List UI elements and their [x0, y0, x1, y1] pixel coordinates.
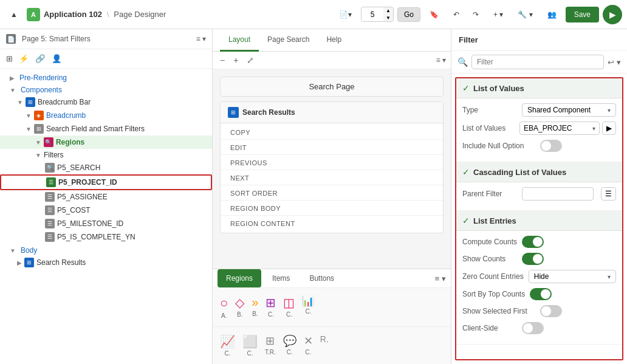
sidebar-item-p5-cost[interactable]: ☰ P5_COST	[0, 204, 212, 217]
icon-cell-arrow-b[interactable]: » B.	[249, 293, 261, 321]
icon-cell-x-c[interactable]: ✕ C.	[301, 332, 315, 359]
components-label: Components	[21, 86, 62, 94]
action-next[interactable]: NEXT	[221, 171, 443, 185]
icon-cell-diamond-b[interactable]: ◇ B.	[233, 293, 247, 321]
tab-page-search[interactable]: Page Search	[259, 29, 318, 52]
client-side-toggle[interactable]	[522, 322, 544, 334]
tree-arrow-search[interactable]: ▼	[35, 139, 41, 146]
type-select[interactable]: Shared Component ▾	[522, 103, 616, 117]
section-list-entries: ✓ List Entries Compute Counts Show Count…	[456, 211, 622, 345]
sidebar-item-pre-rendering[interactable]: ▶ Pre-Rendering	[0, 71, 212, 83]
icon-label-table2-c: C.	[247, 350, 253, 357]
icon-cell-text-c[interactable]: 📊 C.	[300, 293, 317, 321]
bolt-btn[interactable]: ⚡	[16, 52, 32, 66]
zero-count-dropdown[interactable]: Hide ▾	[529, 270, 616, 283]
sidebar-item-filters[interactable]: ▼ Filters	[0, 149, 212, 161]
sidebar-item-components[interactable]: ▼ Components	[0, 83, 212, 95]
sidebar-item-breadcrumb[interactable]: ▼ ◈ Breadcrumb	[0, 109, 212, 122]
action-region-body[interactable]: REGION BODY	[221, 202, 443, 216]
p5-is-complete-label: P5_IS_COMPLETE_YN	[57, 233, 135, 241]
zoom-out-btn[interactable]: −	[218, 54, 227, 66]
tree-arrow-breadcrumb[interactable]: ▼	[26, 112, 32, 119]
filter-menu-btn[interactable]: ↩ ▾	[608, 58, 621, 67]
field-row-null: Include Null Option	[462, 140, 616, 152]
tools-button[interactable]: 🔧 ▾	[512, 7, 538, 22]
chain-btn[interactable]: 🔗	[33, 52, 48, 66]
compute-counts-toggle[interactable]	[522, 236, 544, 248]
icon-cell-circle-a[interactable]: ○ A.	[218, 293, 230, 321]
bottom-tab-buttons[interactable]: Buttons	[301, 269, 343, 287]
icon-cell-chart-c[interactable]: 📈 C.	[218, 332, 238, 359]
tree-arrow-pre-rendering[interactable]: ▶	[10, 75, 15, 81]
zoom-in-btn[interactable]: +	[231, 54, 241, 66]
filter-input[interactable]	[471, 55, 604, 69]
bottom-menu-btn[interactable]: ≡ ▾	[435, 274, 446, 283]
icon-cell-tr-c[interactable]: ⊞ T.R.	[262, 332, 278, 359]
parent-filter-btn[interactable]: ☰	[601, 187, 616, 201]
action-sort-order[interactable]: SORT ORDER	[221, 187, 443, 201]
expand-btn[interactable]: ⤢	[244, 54, 256, 66]
go-button[interactable]: Go	[397, 7, 420, 22]
action-region-content[interactable]: REGION CONTENT	[221, 217, 443, 230]
section-entries-check: ✓	[462, 216, 470, 225]
share-button[interactable]: 👥	[542, 7, 562, 22]
up-button[interactable]: ▲	[5, 7, 23, 22]
lov-nav-btn[interactable]: ▶	[602, 122, 616, 135]
page-file-btn[interactable]: 📄▾	[334, 7, 357, 22]
action-copy[interactable]: COPY	[221, 126, 443, 140]
undo-redo-group: ↶ ↷	[448, 7, 484, 22]
redo-button[interactable]: ↷	[467, 7, 484, 22]
action-edit[interactable]: EDIT	[221, 141, 443, 155]
page-num-up[interactable]: ▲	[383, 7, 393, 15]
person-btn[interactable]: 👤	[49, 52, 64, 66]
sidebar-item-search[interactable]: ▼ 🔍 Regions	[0, 136, 212, 149]
run-button[interactable]: ▶	[603, 5, 622, 24]
sidebar-item-p5-milestone[interactable]: ☰ P5_MILESTONE_ID	[0, 217, 212, 230]
tree-arrow-search-field[interactable]: ▼	[26, 126, 32, 132]
right-panel: Filter 🔍 ↩ ▾ ✓ List of Values Type Sh	[451, 29, 627, 364]
sidebar-item-p5-search[interactable]: 🔍 P5_SEARCH	[0, 161, 212, 174]
center-menu-btn[interactable]: ≡ ▾	[436, 56, 446, 64]
icon-cell-grid-c[interactable]: ⊞ C.	[263, 293, 278, 321]
bottom-tab-items[interactable]: Items	[264, 269, 298, 287]
icon-cell-r-c[interactable]: R.	[318, 332, 331, 359]
bottom-tab-regions[interactable]: Regions	[218, 269, 261, 287]
page-num-down[interactable]: ▼	[383, 15, 393, 22]
tree-arrow-components[interactable]: ▼	[10, 87, 16, 94]
null-toggle[interactable]	[540, 140, 562, 152]
sidebar-item-breadcrumb-bar[interactable]: ▼ ⊞ Breadcrumb Bar	[0, 95, 212, 109]
tree-arrow-breadcrumb-bar[interactable]: ▼	[17, 99, 23, 106]
sidebar-item-p5-is-complete[interactable]: ☰ P5_IS_COMPLETE_YN	[0, 230, 212, 244]
grid-view-btn[interactable]: ⊞	[4, 52, 15, 66]
tab-layout[interactable]: Layout	[220, 29, 259, 52]
icon-cell-chat-c[interactable]: 💬 C.	[281, 332, 299, 359]
page-num-input[interactable]: 5	[361, 8, 383, 21]
sidebar-item-p5-assignee[interactable]: ☰ P5_ASSIGNEE	[0, 190, 212, 204]
region-icon: ⊞	[228, 107, 239, 118]
icon-label-chat-c: C.	[287, 349, 293, 355]
save-button[interactable]: Save	[566, 7, 599, 22]
tab-help[interactable]: Help	[318, 29, 350, 52]
icon-cell-table-c[interactable]: ◫ C.	[281, 293, 297, 321]
icon-cell-table2-c[interactable]: ⬜ C.	[240, 332, 260, 359]
lov-label: List of Values	[462, 124, 517, 132]
sidebar-item-search-field[interactable]: ▼ ⊞ Search Field and Smart Filters	[0, 122, 212, 136]
tree-arrow-body[interactable]: ▼	[10, 247, 16, 254]
sort-top-toggle[interactable]	[530, 288, 552, 300]
show-selected-toggle[interactable]	[540, 305, 562, 317]
region-title-text: Search Results	[242, 108, 295, 117]
sidebar-item-body[interactable]: ▼ Body	[0, 244, 212, 256]
bookmark-btn[interactable]: 🔖	[424, 7, 444, 22]
action-previous[interactable]: PREVIOUS	[221, 156, 443, 170]
sidebar-item-search-results[interactable]: ▶ ⊞ Search Results	[0, 256, 212, 269]
lov-select[interactable]: EBA_PROJEC ▾	[519, 122, 600, 135]
panel-menu-btn[interactable]: ≡ ▾	[196, 35, 206, 43]
add-button[interactable]: + ▾	[488, 7, 509, 22]
tree-arrow-search-results[interactable]: ▶	[17, 259, 22, 266]
parent-filter-input[interactable]	[522, 187, 594, 201]
tree-arrow-filters[interactable]: ▼	[35, 152, 41, 159]
sidebar-item-p5-project-id[interactable]: ☰ P5_PROJECT_ID	[0, 174, 212, 190]
undo-button[interactable]: ↶	[448, 7, 465, 22]
section-entries-body: Compute Counts Show Counts Z	[456, 231, 622, 345]
show-counts-toggle[interactable]	[522, 253, 544, 265]
